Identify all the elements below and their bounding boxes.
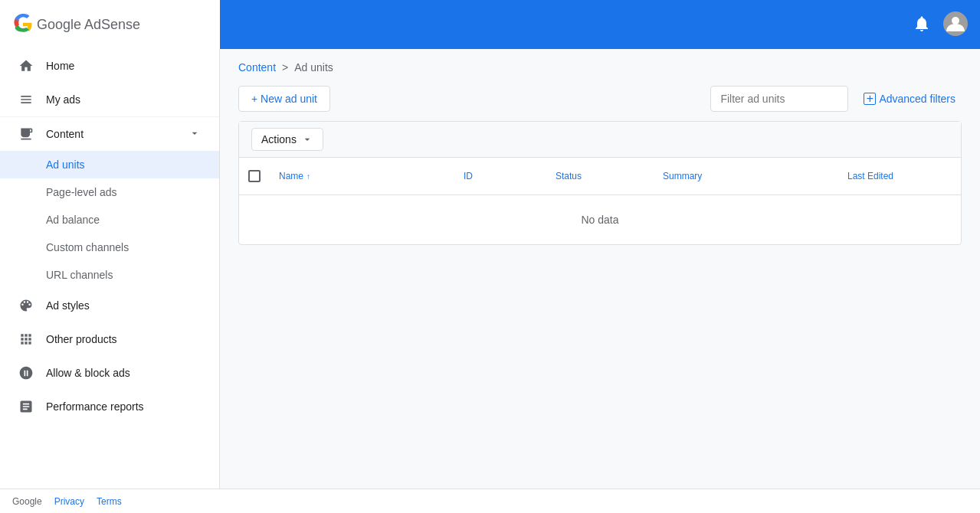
user-avatar-icon[interactable]	[943, 11, 968, 38]
table-toolbar: Actions	[239, 122, 961, 158]
column-id-label: ID	[464, 171, 473, 181]
footer-brand: Google	[12, 496, 42, 507]
logo-product-text: AdSense	[84, 17, 140, 33]
breadcrumb: Content > Ad units	[238, 61, 962, 74]
sidebar-ad-styles-label: Ad styles	[46, 299, 201, 312]
sidebar-other-products-label: Other products	[46, 333, 201, 345]
breadcrumb-parent[interactable]: Content	[238, 61, 276, 74]
sidebar-sub-item-ad-balance[interactable]: Ad balance	[0, 206, 219, 234]
sidebar-performance-label: Performance reports	[46, 400, 201, 413]
advanced-filters-plus-icon: +	[864, 93, 876, 105]
block-icon	[18, 365, 34, 381]
content-section: Content Ad units Page-level ads Ad balan…	[0, 116, 219, 289]
svg-point-1	[952, 17, 959, 25]
header-checkbox[interactable]	[248, 170, 261, 182]
ad-styles-icon	[18, 298, 34, 313]
column-header-name[interactable]: Name ↑	[270, 164, 454, 188]
sidebar-item-ad-styles[interactable]: Ad styles	[0, 289, 219, 322]
column-last-edited-label: Last Edited	[847, 171, 893, 181]
column-header-summary[interactable]: Summary	[654, 164, 838, 188]
column-status-label: Status	[556, 171, 582, 181]
footer-privacy-link[interactable]: Privacy	[54, 496, 84, 507]
header-icons	[913, 11, 968, 38]
table-container: Actions Name ↑ ID Status Summary L	[238, 121, 962, 245]
column-name-sort-icon: ↑	[306, 172, 310, 181]
column-name-label: Name	[279, 171, 303, 181]
sidebar-content-label: Content	[46, 128, 176, 140]
column-header-status[interactable]: Status	[546, 164, 654, 188]
breadcrumb-separator: >	[282, 61, 288, 74]
logo-brand-text: Google	[37, 17, 81, 33]
sidebar: Home My ads Content Ad units Page-level …	[0, 49, 220, 488]
breadcrumb-current: Ad units	[294, 61, 333, 74]
google-adsense-logo: Google AdSense	[12, 14, 140, 35]
sidebar-item-home[interactable]: Home	[0, 49, 219, 83]
filter-ad-units-input[interactable]	[710, 86, 848, 112]
actions-dropdown-chevron-icon	[301, 133, 313, 145]
sidebar-my-ads-label: My ads	[46, 93, 201, 106]
column-header-last-edited[interactable]: Last Edited	[838, 164, 961, 188]
home-icon	[18, 58, 34, 74]
notifications-icon[interactable]	[913, 15, 931, 35]
no-data-message: No data	[239, 195, 961, 244]
sidebar-sub-item-custom-channels[interactable]: Custom channels	[0, 234, 219, 261]
footer: Google Privacy Terms	[0, 488, 980, 513]
performance-icon	[18, 399, 34, 414]
actions-dropdown-button[interactable]: Actions	[251, 128, 323, 151]
content-expand-icon	[188, 127, 201, 142]
new-ad-unit-button[interactable]: + New ad unit	[238, 86, 330, 112]
sidebar-item-content[interactable]: Content	[0, 117, 219, 151]
sidebar-item-performance[interactable]: Performance reports	[0, 390, 219, 423]
sidebar-item-my-ads[interactable]: My ads	[0, 83, 219, 116]
footer-terms-link[interactable]: Terms	[97, 496, 122, 507]
google-g-logo	[12, 14, 34, 35]
main-content: Content > Ad units + New ad unit + Advan…	[220, 49, 980, 513]
sidebar-allow-block-label: Allow & block ads	[46, 367, 201, 379]
select-all-checkbox[interactable]	[239, 164, 270, 188]
advanced-filters-button[interactable]: + Advanced filters	[857, 90, 962, 108]
sidebar-home-label: Home	[46, 60, 201, 72]
other-products-icon	[18, 332, 34, 347]
table-header: Name ↑ ID Status Summary Last Edited	[239, 158, 961, 195]
sidebar-item-allow-block-ads[interactable]: Allow & block ads	[0, 356, 219, 390]
my-ads-icon	[18, 92, 34, 107]
sidebar-sub-item-page-level-ads[interactable]: Page-level ads	[0, 178, 219, 206]
column-summary-label: Summary	[663, 171, 702, 181]
sidebar-item-other-products[interactable]: Other products	[0, 322, 219, 356]
sidebar-sub-item-ad-units[interactable]: Ad units	[0, 151, 219, 178]
filter-area: + Advanced filters	[710, 86, 962, 112]
column-header-id[interactable]: ID	[454, 164, 546, 188]
actions-bar: + New ad unit + Advanced filters	[238, 86, 962, 112]
actions-label: Actions	[261, 133, 297, 145]
sidebar-sub-item-url-channels[interactable]: URL channels	[0, 261, 219, 289]
content-icon	[18, 126, 34, 142]
advanced-filters-label: Advanced filters	[879, 93, 955, 105]
logo-area: Google AdSense	[0, 0, 220, 49]
